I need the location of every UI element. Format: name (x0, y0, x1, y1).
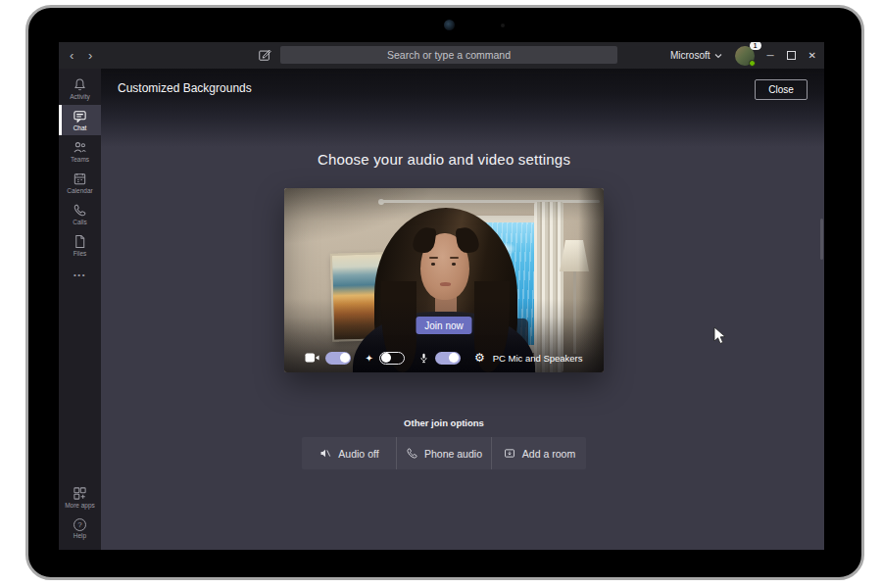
other-join-options-heading: Other join options (404, 417, 484, 428)
option-label: Phone audio (424, 448, 482, 460)
sidebar-item-teams[interactable]: Teams (59, 136, 101, 167)
gear-icon: ⚙ (474, 352, 485, 364)
phone-icon (73, 203, 87, 218)
sidebar-item-calls[interactable]: Calls (59, 199, 101, 229)
device-sensor (501, 24, 505, 27)
presence-available-dot (749, 60, 756, 67)
help-icon: ? (74, 518, 86, 531)
sidebar-item-activity[interactable]: Activity (59, 74, 101, 104)
other-join-options-panel: Audio off Phone audio (302, 437, 586, 469)
option-label: Audio off (338, 448, 378, 460)
sidebar-item-label: Activity (70, 93, 90, 100)
mic-toggle[interactable] (435, 352, 461, 365)
document-icon (73, 234, 87, 249)
av-controls-bar: ✦ (284, 348, 604, 368)
minimize-button[interactable]: ─ (767, 42, 774, 69)
microphone-icon (418, 351, 429, 366)
page-header: Customized Backgrounds Close (101, 69, 824, 108)
sidebar-item-label: Chat (74, 124, 87, 131)
account-menu[interactable]: Microsoft (670, 50, 722, 61)
sidebar-item-label: Calendar (67, 187, 92, 194)
teams-people-icon (73, 140, 87, 155)
audio-off-button[interactable]: Audio off (302, 437, 396, 469)
sidebar-item-files[interactable]: Files (59, 230, 101, 261)
new-chat-icon[interactable] (258, 48, 271, 62)
option-label: Add a room (522, 448, 575, 460)
notification-badge: 1 (750, 42, 761, 50)
app-sidebar: Activity Chat (59, 69, 101, 550)
calendar-icon (73, 172, 87, 186)
device-webcam (444, 20, 455, 30)
sidebar-item-label: Calls (73, 219, 86, 225)
speaker-off-icon (318, 447, 332, 460)
search-input[interactable] (280, 46, 617, 64)
device-settings[interactable]: ⚙ PC Mic and Speakers (474, 352, 583, 364)
close-button[interactable]: Close (755, 79, 808, 100)
sidebar-item-chat[interactable]: Chat (59, 105, 101, 135)
back-button[interactable]: ‹ (70, 42, 74, 69)
phone-handset-icon (406, 447, 418, 460)
more-options-icon[interactable]: ••• (74, 270, 86, 279)
camera-toggle[interactable] (325, 352, 351, 365)
close-window-button[interactable]: ✕ (808, 42, 816, 69)
maximize-button[interactable] (787, 51, 796, 60)
camera-icon (305, 352, 319, 364)
sidebar-item-label: Files (74, 250, 87, 257)
sidebar-item-label: Help (74, 532, 86, 539)
add-a-room-button[interactable]: Add a room (491, 437, 586, 469)
video-preview: Join now ✦ (284, 188, 604, 372)
chevron-down-icon (714, 53, 722, 59)
teams-app-window: ‹ › Microsoft 1 ─ (59, 42, 824, 550)
background-effects-toggle[interactable] (379, 352, 405, 365)
phone-audio-button[interactable]: Phone audio (396, 437, 491, 469)
page-title: Customized Backgrounds (118, 81, 252, 95)
chat-bubble-icon (73, 109, 87, 123)
bell-icon (73, 77, 87, 92)
scrollbar[interactable] (820, 219, 823, 260)
account-label: Microsoft (670, 50, 710, 61)
tablet-device-frame: ‹ › Microsoft 1 ─ (25, 5, 864, 580)
background-effects-icon: ✦ (365, 353, 372, 364)
main-content: Customized Backgrounds Close Choose your… (101, 69, 824, 550)
sidebar-item-more-apps[interactable]: More apps (59, 482, 101, 513)
join-now-button[interactable]: Join now (416, 317, 472, 334)
sidebar-item-label: Teams (71, 156, 89, 163)
add-room-icon (503, 447, 516, 460)
sidebar-item-help[interactable]: ? Help (59, 514, 101, 544)
sidebar-item-label: More apps (65, 502, 95, 509)
meeting-settings-heading: Choose your audio and video settings (318, 151, 570, 168)
titlebar: ‹ › Microsoft 1 ─ (59, 42, 824, 69)
audio-device-label: PC Mic and Speakers (493, 353, 583, 364)
apps-grid-icon (73, 486, 87, 501)
profile-avatar[interactable]: 1 (735, 46, 755, 66)
sidebar-item-calendar[interactable]: Calendar (59, 168, 101, 198)
forward-button[interactable]: › (88, 42, 92, 69)
